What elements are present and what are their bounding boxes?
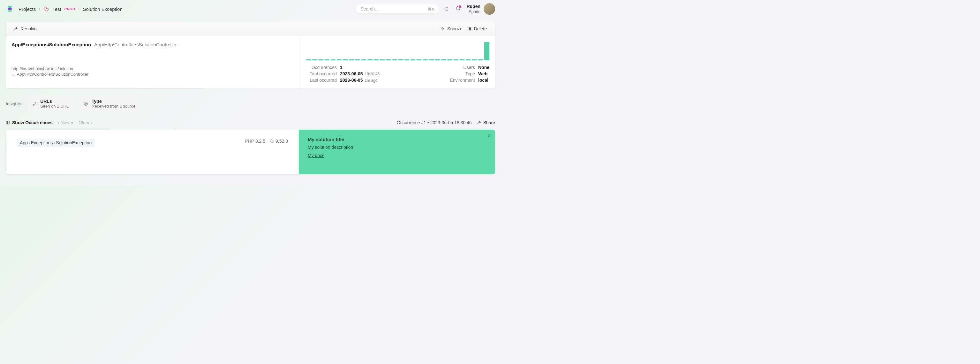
newer-button[interactable]: ‹ Newer [58,120,73,125]
delete-label: Delete [474,26,487,31]
php-label: PHP [245,138,254,144]
close-icon[interactable]: ✕ [487,133,491,139]
exception-controller: App\Http\Controllers\SolutionController [94,42,177,47]
svg-rect-2 [6,121,10,124]
stat-type-value: Web [478,71,487,76]
stat-users-label: Users [444,65,475,70]
breadcrumb-app[interactable]: Test [52,6,61,12]
chevron-right-icon: › [91,120,92,125]
insight-type-title: Type [92,99,135,104]
flare-logo[interactable] [6,5,14,13]
user-menu[interactable]: Ruben Spatie [466,3,495,15]
delete-button[interactable]: Delete [465,25,489,33]
insight-urls-title: URLs [40,99,68,104]
share-icon [477,120,481,125]
chevron-right-icon: › [39,7,40,11]
resolve-button[interactable]: Resolve [11,25,39,33]
snooze-label: Snooze [447,26,462,31]
solution-panel: ✕ My solution title My solution descript… [299,130,495,174]
solution-description: My solution description [308,145,486,150]
share-button[interactable]: Share [477,120,495,125]
svg-point-1 [85,103,86,105]
breadcrumb-projects[interactable]: Projects [19,6,36,12]
insights-row: Insights: URLs Seen on 1 URL Type Receiv… [0,92,501,116]
show-occurrences-label: Show Occurrences [12,120,52,125]
older-button[interactable]: Older › [78,120,92,125]
stat-last-value: 2023-06-05 1m ago [340,78,378,83]
target-icon [83,101,88,106]
breadcrumb-current: Solution Exception [83,6,122,12]
laravel-version: 9.52.8 [275,138,288,144]
stat-env-label: Environment [444,78,475,83]
show-occurrences-button[interactable]: Show Occurrences [6,120,52,125]
header-right: Ruben Spatie [443,3,495,15]
insight-urls[interactable]: URLs Seen on 1 URL [27,95,74,112]
exception-class: App\Exceptions\SolutionException [11,42,91,47]
wrench-icon [14,27,19,31]
solution-title: My solution title [308,137,486,142]
insights-label: Insights: [6,101,22,106]
snooze-icon [441,27,445,31]
resolve-label: Resolve [21,26,37,31]
env-badge: PROD [64,7,75,11]
search-box[interactable]: ⌘K [356,5,439,13]
link-icon [32,101,37,106]
bell-icon[interactable] [455,6,461,12]
occurrence-card: App\Exceptions\SolutionException PHP8.2.… [6,130,495,174]
stat-occurrences-label: Occurrences [306,65,337,70]
exception-url: http://laravel-playbox.test/solution [11,67,294,71]
stat-type-label: Type [444,71,475,76]
avatar[interactable] [484,3,495,15]
stat-first-value: 2023-06-05 18:30:46 [340,71,380,76]
laravel-icon [43,6,49,12]
occurrence-sparkline [306,42,489,60]
exception-controller-line: ∟App\Http\Controllers\SolutionController [11,72,294,76]
exception-card: Resolve Snooze Delete App\Exceptions\Sol… [6,22,495,89]
chevron-right-icon: › [78,7,80,11]
search-input[interactable] [360,6,428,11]
occurrence-meta: Occurrence #1 • 2023-06-05 18:30:46 [397,120,472,125]
stat-env-value: local [478,78,488,83]
exception-badge: App\Exceptions\SolutionException [17,138,95,147]
sidebar-icon [6,120,10,125]
stat-last-label: Last occurred [306,78,337,83]
trash-icon [468,27,472,31]
stat-occurrences-value: 1 [340,65,342,70]
search-shortcut: ⌘K [428,7,435,11]
stat-first-label: First occurred [306,71,337,76]
exception-stats: Occurrences1 First occurred2023-06-05 18… [301,36,495,89]
insight-urls-sub: Seen on 1 URL [40,104,68,108]
snooze-button[interactable]: Snooze [438,25,465,33]
card-toolbar: Resolve Snooze Delete [6,22,495,36]
sparkle-icon[interactable] [443,6,449,12]
chevron-left-icon: ‹ [58,120,59,125]
svg-point-0 [84,102,88,105]
php-version: 8.2.5 [255,138,265,144]
app-header: Projects › Test PROD › Solution Exceptio… [0,0,501,18]
user-name: Ruben [466,4,480,9]
breadcrumb: Projects › Test PROD › Solution Exceptio… [19,6,356,12]
share-label: Share [483,120,495,125]
occurrence-bar: Show Occurrences ‹ Newer Older › Occurre… [0,116,501,128]
solution-link[interactable]: My docs [308,153,486,158]
exception-summary: App\Exceptions\SolutionException App\Htt… [6,36,301,89]
insight-type-sub: Received from 1 source [92,104,135,108]
stat-users-value: None [478,65,489,70]
runtime-info: PHP8.2.5 9.52.8 [245,138,288,144]
laravel-icon [270,139,274,143]
user-org: Spatie [466,9,480,14]
notification-dot [459,5,461,8]
insight-type[interactable]: Type Received from 1 source [78,95,140,112]
